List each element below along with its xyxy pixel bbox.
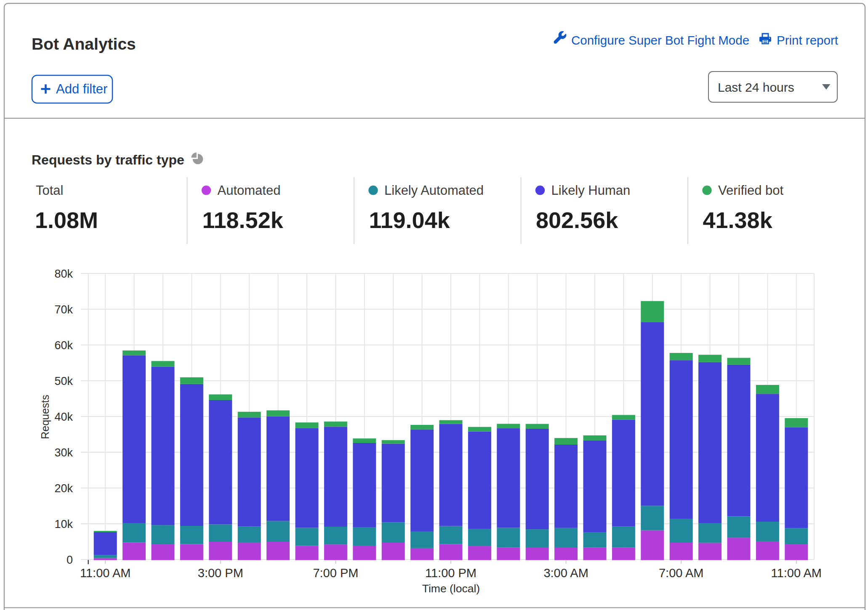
svg-text:Add filter: Add filter xyxy=(56,82,107,96)
svg-text:11:00 AM: 11:00 AM xyxy=(80,566,130,580)
svg-text:119.04k: 119.04k xyxy=(369,207,450,233)
svg-text:0: 0 xyxy=(67,554,73,566)
svg-text:3:00 PM: 3:00 PM xyxy=(198,566,243,580)
svg-text:Configure Super Bot Fight Mode: Configure Super Bot Fight Mode xyxy=(571,33,749,47)
svg-text:Verified bot: Verified bot xyxy=(718,183,783,198)
svg-text:10k: 10k xyxy=(54,518,73,530)
svg-text:Likely Human: Likely Human xyxy=(551,183,631,198)
svg-text:41.38k: 41.38k xyxy=(703,207,773,233)
svg-text:40k: 40k xyxy=(54,411,73,423)
svg-text:Automated: Automated xyxy=(218,183,281,198)
svg-text:118.52k: 118.52k xyxy=(202,207,284,233)
svg-text:50k: 50k xyxy=(54,375,73,387)
svg-text:70k: 70k xyxy=(54,303,73,316)
svg-text:60k: 60k xyxy=(54,339,73,352)
svg-text:30k: 30k xyxy=(54,446,73,459)
svg-text:Total: Total xyxy=(36,183,63,198)
svg-text:1.08M: 1.08M xyxy=(35,207,98,233)
svg-text:11:00 AM: 11:00 AM xyxy=(771,566,822,580)
svg-text:Time (local): Time (local) xyxy=(422,582,480,595)
svg-text:20k: 20k xyxy=(54,482,73,495)
svg-text:3:00 AM: 3:00 AM xyxy=(543,566,588,580)
svg-text:Bot Analytics: Bot Analytics xyxy=(32,35,136,53)
svg-text:80k: 80k xyxy=(54,268,73,280)
svg-text:Print report: Print report xyxy=(777,33,838,47)
svg-text:Requests: Requests xyxy=(39,395,51,439)
svg-text:7:00 AM: 7:00 AM xyxy=(659,566,703,580)
svg-text:7:00 PM: 7:00 PM xyxy=(313,566,358,580)
svg-text:802.56k: 802.56k xyxy=(536,207,618,233)
svg-text:Requests by traffic type: Requests by traffic type xyxy=(32,152,184,167)
svg-text:Last 24 hours: Last 24 hours xyxy=(718,80,794,94)
svg-text:11:00 PM: 11:00 PM xyxy=(425,566,477,580)
svg-text:Likely Automated: Likely Automated xyxy=(384,183,484,198)
